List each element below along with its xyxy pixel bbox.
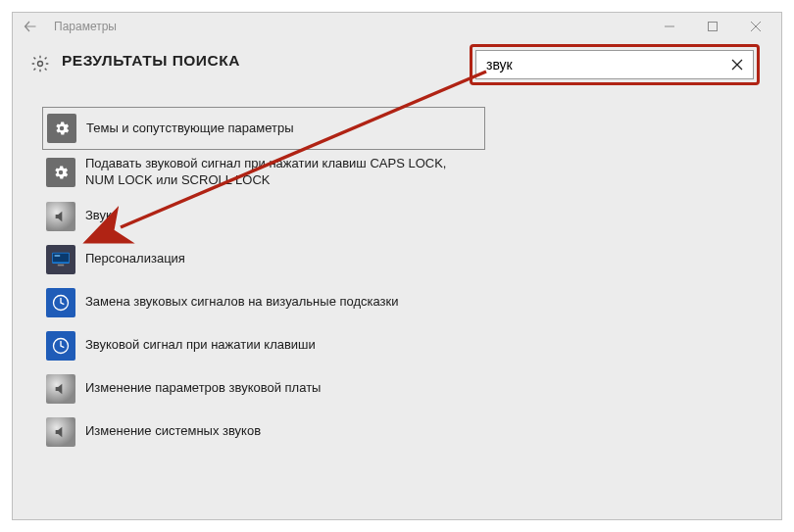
result-visual-cues[interactable]: Замена звуковых сигналов на визуальные п… <box>42 281 485 324</box>
gear-icon <box>30 54 50 73</box>
result-label: Изменение системных звуков <box>85 423 261 440</box>
result-label: Подавать звуковой сигнал при нажатии кла… <box>85 156 458 189</box>
accessibility-icon <box>46 288 75 317</box>
search-input[interactable] <box>484 56 727 73</box>
title-bar: Параметры <box>13 13 781 40</box>
header: РЕЗУЛЬТАТЫ ПОИСКА <box>13 40 781 99</box>
clear-search-button[interactable] <box>727 55 747 74</box>
svg-rect-10 <box>58 265 64 266</box>
accessibility-icon <box>46 331 75 361</box>
search-box[interactable] <box>475 50 754 79</box>
result-label: Звуковой сигнал при нажатии клавиши <box>85 337 316 354</box>
svg-rect-8 <box>53 253 69 262</box>
close-icon <box>731 59 743 71</box>
search-results: Темы и сопутствующие параметры Подавать … <box>13 99 781 454</box>
speaker-icon <box>46 202 75 231</box>
window-controls <box>648 13 777 40</box>
close-icon <box>751 22 761 31</box>
result-label: Темы и сопутствующие параметры <box>86 121 294 137</box>
back-button[interactable] <box>19 15 42 38</box>
minimize-button[interactable] <box>648 13 691 40</box>
speaker-icon <box>46 374 75 404</box>
arrow-left-icon <box>23 19 38 34</box>
result-themes[interactable]: Темы и сопутствующие параметры <box>42 107 485 150</box>
result-label: Замена звуковых сигналов на визуальные п… <box>85 294 399 311</box>
result-personalization[interactable]: Персонализация <box>42 238 485 281</box>
search-highlight-box <box>470 44 760 85</box>
monitor-icon <box>46 245 75 274</box>
page-title: РЕЗУЛЬТАТЫ ПОИСКА <box>62 52 240 70</box>
result-keypress-sound[interactable]: Звуковой сигнал при нажатии клавиши <box>42 324 485 367</box>
svg-rect-1 <box>709 23 718 31</box>
result-caps-lock-sound[interactable]: Подавать звуковой сигнал при нажатии кла… <box>42 150 485 195</box>
window-title: Параметры <box>54 20 648 33</box>
result-sound-card[interactable]: Изменение параметров звуковой платы <box>42 367 485 411</box>
close-button[interactable] <box>734 13 777 40</box>
result-label: Изменение параметров звуковой платы <box>85 380 321 397</box>
result-system-sounds[interactable]: Изменение системных звуков <box>42 411 485 454</box>
gear-icon <box>47 114 76 143</box>
settings-window: Параметры РЕЗУЛЬТАТЫ ПОИСКА <box>12 12 782 520</box>
gear-icon <box>46 158 75 187</box>
maximize-button[interactable] <box>691 13 734 40</box>
svg-point-4 <box>38 62 43 67</box>
result-label: Персонализация <box>85 251 185 267</box>
svg-rect-9 <box>55 255 61 257</box>
result-sound[interactable]: Звук <box>42 195 485 238</box>
speaker-icon <box>46 417 75 447</box>
maximize-icon <box>708 22 718 31</box>
minimize-icon <box>665 22 674 31</box>
result-label: Звук <box>85 208 112 224</box>
